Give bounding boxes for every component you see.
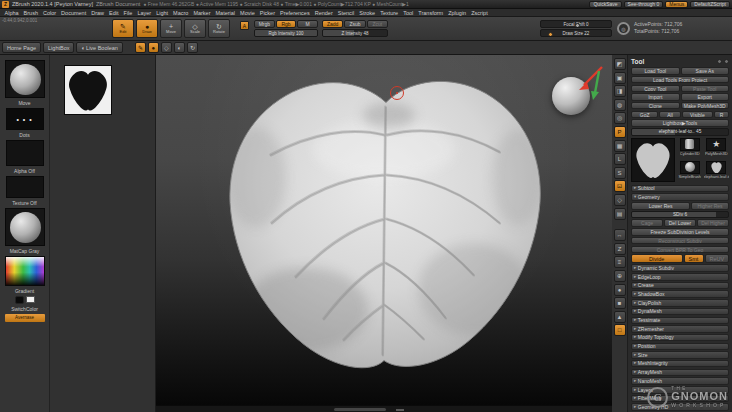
polyframe-icon[interactable]: ◇: [614, 194, 626, 206]
section-zremesher[interactable]: ▸ZRemesher: [631, 325, 729, 333]
section-dynamesh[interactable]: ▸DynaMesh: [631, 308, 729, 316]
draw-size-slider[interactable]: Draw Size 22: [540, 29, 612, 37]
quicksave-button[interactable]: QuickSave: [589, 1, 621, 8]
material-thumbnail[interactable]: [5, 208, 45, 246]
goz-visible-button[interactable]: Visible: [682, 111, 714, 119]
sculpt-canvas[interactable]: [156, 55, 612, 405]
quick-grid-icon[interactable]: ◇: [161, 42, 172, 53]
actual-size-icon[interactable]: ≡: [614, 256, 626, 268]
solo-icon[interactable]: ◎: [614, 112, 626, 124]
menu-stroke[interactable]: Stroke: [357, 9, 378, 17]
sdiv-slider[interactable]: SDiv 6: [631, 211, 729, 219]
load-tools-from-project-button[interactable]: Load Tools From Project: [631, 76, 729, 84]
recent-tool-simplebrush[interactable]: SimpleBrush: [677, 161, 703, 183]
menu-alpha[interactable]: Alpha: [2, 9, 21, 17]
move-canvas-icon[interactable]: ↔: [614, 229, 626, 241]
see-through-button[interactable]: See-through 0: [624, 1, 664, 8]
section-modify-topology[interactable]: ▸Modify Topology: [631, 334, 729, 342]
transparency-icon[interactable]: ◨: [614, 85, 626, 97]
canvas-hscrollbar[interactable]: [156, 405, 612, 412]
render-mode-icon[interactable]: ▣: [614, 72, 626, 84]
frame-mesh-icon[interactable]: ▲: [614, 311, 626, 323]
section-nanomesh[interactable]: ▸NanoMesh: [631, 377, 729, 385]
higher-res-button[interactable]: Higher Res: [691, 202, 729, 210]
menu-file[interactable]: File: [121, 9, 135, 17]
reconstruct-subdiv-button[interactable]: Reconstruct Subdiv: [631, 237, 729, 245]
menu-zscript[interactable]: Zscript: [469, 9, 491, 17]
rotate-button[interactable]: ↻ Rotate: [208, 19, 230, 38]
home-page-tab[interactable]: Home Page: [2, 42, 41, 53]
lower-res-button[interactable]: Lower Res: [631, 202, 690, 210]
menu-zplugin[interactable]: Zplugin: [446, 9, 469, 17]
menu-layer[interactable]: Layer: [135, 9, 154, 17]
edit-button[interactable]: ✎ Edit: [112, 19, 134, 38]
export-button[interactable]: Export: [681, 93, 730, 101]
divide-button[interactable]: Divide: [631, 254, 683, 263]
ghost-icon[interactable]: ◍: [614, 99, 626, 111]
section-arraymesh[interactable]: ▸ArrayMesh: [631, 369, 729, 377]
zcut-button[interactable]: Zcut: [367, 20, 388, 28]
current-tool-thumbnail[interactable]: [631, 138, 675, 182]
menu-tool[interactable]: Tool: [401, 9, 416, 17]
menu-document[interactable]: Document: [59, 9, 89, 17]
zoom-3d-icon[interactable]: ■: [614, 297, 626, 309]
menu-transform[interactable]: Transform: [416, 9, 446, 17]
scroll-canvas-icon[interactable]: ●: [614, 284, 626, 296]
menu-material[interactable]: Material: [213, 9, 238, 17]
frame-icon[interactable]: ⊡: [614, 180, 626, 192]
section-size[interactable]: ▸Size: [631, 351, 729, 359]
recent-tool-cylinder[interactable]: Cylinder3D: [677, 138, 703, 160]
paste-tool-button[interactable]: Paste Tool: [681, 85, 730, 93]
section-dynamic-subdiv[interactable]: ▸Dynamic Subdiv: [631, 264, 729, 272]
menu-light[interactable]: Light: [154, 9, 171, 17]
menu-stencil[interactable]: Stencil: [335, 9, 357, 17]
cage-button[interactable]: Cage: [631, 219, 663, 227]
menu-texture[interactable]: Texture: [378, 9, 401, 17]
section-crease[interactable]: ▸Crease: [631, 282, 729, 290]
make-polymesh3d-button[interactable]: Make PolyMesh3D: [681, 102, 730, 110]
scale-button[interactable]: ◇ Scale: [184, 19, 206, 38]
import-button[interactable]: Import: [631, 93, 680, 101]
axis-gizmo[interactable]: [574, 59, 610, 103]
local-transform-icon[interactable]: L: [614, 153, 626, 165]
convert-bpr-button[interactable]: Convert BPR To Geo: [631, 246, 729, 254]
default-zscript-button[interactable]: DefaultZScript: [690, 1, 730, 8]
quick-boolean-icon[interactable]: ◐: [174, 42, 185, 53]
leaf-alpha-preview[interactable]: [64, 65, 112, 115]
recent-tool-polymesh[interactable]: ★ PolyMesh3D: [704, 138, 730, 160]
subtool-section-bar[interactable]: ▸ Subtool: [631, 185, 729, 193]
stroke-thumbnail[interactable]: • • •: [6, 108, 44, 130]
a-quick3d-button[interactable]: A: [240, 21, 249, 30]
section-tessimate[interactable]: ▸Tessimate: [631, 317, 729, 325]
goz-button[interactable]: GoZ: [631, 111, 658, 119]
goz-r-button[interactable]: R: [714, 111, 729, 119]
recent-tool-leaf[interactable]: elephant-leaf-to..: [704, 161, 730, 183]
quick-list-icon[interactable]: ↻: [187, 42, 198, 53]
bpr-icon[interactable]: ◩: [614, 58, 626, 70]
save-as-button[interactable]: Save As: [681, 67, 730, 75]
menu-macro[interactable]: Macro: [171, 9, 191, 17]
menu-color[interactable]: Color: [40, 9, 58, 17]
load-tool-button[interactable]: Load Tool: [631, 67, 680, 75]
rgb-button[interactable]: Rgb: [276, 20, 297, 28]
zadd-button[interactable]: Zadd: [322, 20, 343, 28]
menu-brush[interactable]: Brush: [21, 9, 40, 17]
menu-edit[interactable]: Edit: [107, 9, 121, 17]
section-position[interactable]: ▸Position: [631, 343, 729, 351]
tool-name-slider[interactable]: elephant-leaf-to.. 45: [631, 128, 729, 136]
aa-half-icon[interactable]: ⊕: [614, 270, 626, 282]
geometry-section-bar[interactable]: ▾ Geometry: [631, 193, 729, 201]
menu-draw[interactable]: Draw: [89, 9, 107, 17]
quick-draw-icon[interactable]: ●: [148, 42, 159, 53]
palette-menu-icon[interactable]: [724, 59, 729, 64]
rgb-intensity-slider[interactable]: Rgb Intensity 100: [254, 29, 318, 37]
menu-marker[interactable]: Marker: [191, 9, 213, 17]
del-lower-button[interactable]: Del Lower: [664, 219, 696, 227]
section-shadowbox[interactable]: ▸ShadowBox: [631, 290, 729, 298]
goz-all-button[interactable]: All: [659, 111, 680, 119]
m-button[interactable]: M: [297, 20, 318, 28]
tray-badge-button[interactable]: Avernase: [5, 314, 45, 322]
focal-shift-slider[interactable]: Focal Shift 0: [540, 20, 612, 28]
live-boolean-button[interactable]: ◐Live Boolean: [76, 42, 122, 53]
mrgb-button[interactable]: Mrgb: [254, 20, 275, 28]
